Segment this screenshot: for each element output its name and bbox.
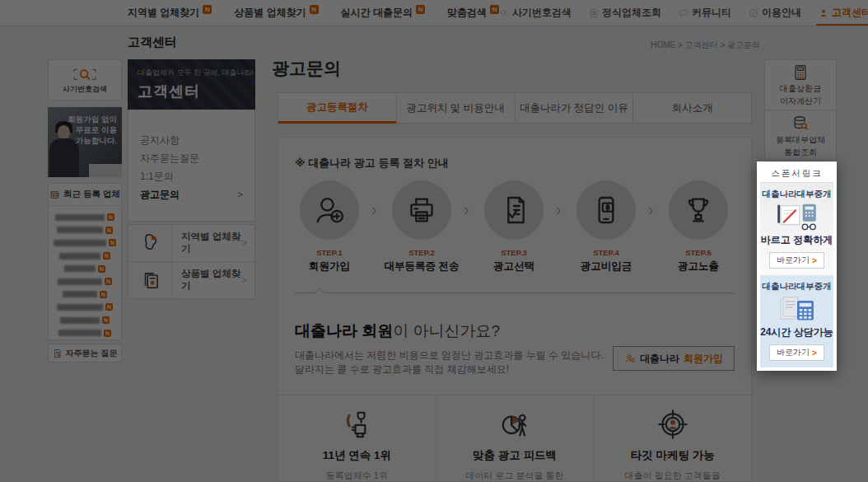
topnav-left-item-4[interactable]: 맞춤검색N [447,0,499,26]
feature-title: 맞춤 광고 피드백 [436,448,594,463]
pie-analytics-icon [499,409,530,440]
faq-shortcut-box[interactable]: 자주묻는 질문 [48,344,122,363]
topnav-right-item-3[interactable]: 커뮤니티 [679,0,731,26]
promo-desk [89,164,122,177]
signup-button-accent: 회원가입 [684,352,723,366]
menu-shortcut-2[interactable]: 상품별 업체찾기> [128,261,255,299]
process-step-5: STEP.5광고노출 [652,180,744,274]
process-heading: ※ 대출나라 광고 등록 절차 안내 [295,156,449,171]
topnav-left-item-1[interactable]: 지역별 업체찾기N [128,0,212,26]
tab-4[interactable]: 회사소개 [632,92,752,124]
tool-label: 대출상환금 [780,84,821,94]
sponsor-card-1[interactable]: 대출나라대부중개바르고 정확하게바로가기 > [760,183,833,275]
tool-label: 이자계산기 [780,96,821,106]
menu-item-label: 공지사항 [140,133,180,147]
feature-title: 11년 연속 1위 [278,448,436,463]
shortcut-label: 상품별 업체찾기 [173,262,241,298]
step-number: STEP.3 [468,248,560,257]
sponsor-links-box: 스폰서링크 대출나라대부중개바르고 정확하게바로가기 >대출나라대부중개24시간… [757,161,837,371]
tool-1[interactable]: 대출상환금이자계산기 [765,60,836,110]
topnav-left-group: 지역별 업체찾기N상품별 업체찾기N실시간 대출문의N맞춤검색N [128,0,499,26]
person-icon [819,8,828,18]
sponsor-tagline: 바르고 정확하게 [760,233,833,247]
customer-center-menu: 공지사항자주묻는질문1:1문의광고문의> [128,110,255,222]
recent-company-row[interactable]: N [53,224,117,237]
menu-item-3[interactable]: 1:1문의 [140,167,243,185]
feature-line: 데이터 로그 분석을 통한 [436,470,594,482]
customer-center-menu-header: 대출업체가 모두 한 곳에, 대출나라! 고객센터 [128,59,255,110]
topnav-label: 정식업체조회 [602,6,661,20]
chevron-right-icon: > [812,256,817,265]
process-step-2: STEP.2대부등록증 전송 [376,180,468,274]
step-label: 광고노출 [652,260,744,274]
new-badge: N [416,5,425,14]
new-badge: N [490,5,499,14]
fraud-number-search-box[interactable]: 사기번호검색 [48,59,122,101]
step-number: STEP.2 [376,248,468,257]
sponsor-company: 대출나라대부중개 [760,189,833,200]
new-badge: N [109,239,116,246]
sponsor-cta-button[interactable]: 바로가기 > [769,344,824,361]
menu-shortcut-1[interactable]: 지역별 업체찾기> [128,224,255,262]
recent-company-row[interactable]: N [53,275,117,288]
topnav-right-item-1[interactable]: 사기번호검색 [499,0,572,26]
menu-item-2[interactable]: 자주묻는질문 [140,149,243,167]
redacted-company-name [57,227,103,233]
topnav-right-item-4[interactable]: 이용안내 [749,0,801,26]
recent-company-row[interactable]: N [53,301,117,314]
chevron-right-icon: > [812,349,817,358]
recent-companies-title: 최근 등록 업체 [63,189,120,200]
ad-process-panel: ※ 대출나라 광고 등록 절차 안내 STEP.1회원가입STEP.2대부등록증… [278,137,752,482]
topnav-right-item-5[interactable]: 고객센터 [819,0,868,26]
topnav-right-group: 사기번호검색정식업체조회커뮤니티이용안내고객센터 [499,0,868,26]
new-badge: N [98,265,105,273]
korea-map-icon [140,232,161,254]
recent-company-row[interactable]: N [53,250,117,263]
topnav-left-item-2[interactable]: 상품별 업체찾기N [234,0,318,26]
recent-company-row[interactable]: N [53,211,117,224]
process-divider [295,292,735,293]
docs-calc-illustration [774,293,820,325]
sponsor-cta-button[interactable]: 바로가기 > [769,252,824,269]
recent-company-row[interactable]: N [53,314,117,327]
recent-companies-header: 최근 등록 업체 [49,184,121,206]
feature-title: 타깃 마케팅 가능 [594,448,751,463]
topnav-left-item-3[interactable]: 실시간 대출문의N [341,0,425,26]
redacted-company-name [54,240,106,246]
step-circle [669,180,728,240]
topnav-label: 이용안내 [762,6,801,20]
sponsor-company: 대출나라대부중개 [760,281,833,292]
tab-3[interactable]: 대출나라가 정답인 이유 [515,92,634,124]
recent-company-row[interactable]: N [53,288,117,302]
faq-doc-icon [53,349,63,358]
tab-2[interactable]: 광고위치 및 비용안내 [396,92,516,124]
promo-banner[interactable]: 회원가입 없이 무료로 이용 가능합니다. [48,107,122,177]
menu-eyebrow: 대출업체가 모두 한 곳에, 대출나라! [138,68,245,78]
signup-button[interactable]: 대출나라 회원가입 [613,346,735,371]
topnav-right-item-2[interactable]: 정식업체조회 [589,0,661,26]
chevron-right-icon: > [241,262,254,298]
tab-1[interactable]: 광고등록절차 [278,92,397,124]
sponsor-card-2[interactable]: 대출나라대부중개24시간 상담가능바로가기 > [760,275,833,367]
redacted-company-name [58,330,101,336]
menu-item-1[interactable]: 공지사항 [140,131,243,149]
promo-text: 회원가입 없이 무료로 이용 가능합니다. [68,114,117,146]
redacted-company-name [64,265,96,272]
tool-2[interactable]: 등록대부업체통합조회 [765,110,836,161]
recent-company-row[interactable]: N [53,326,117,339]
printer-icon [405,194,438,227]
recent-companies-list: NNNNNNNNNN [49,206,121,343]
process-step-1: STEP.1회원가입 [283,180,376,274]
step-label: 회원가입 [283,260,376,274]
chat-icon [679,8,688,18]
topnav-label: 커뮤니티 [692,6,731,20]
step-label: 대부등록증 전송 [376,260,468,274]
new-badge: N [105,303,113,311]
fraud-search-label: 사기번호검색 [63,84,107,95]
redacted-company-name [60,317,100,324]
recent-company-row[interactable]: N [53,262,117,275]
new-badge: N [105,227,113,234]
menu-item-4[interactable]: 광고문의> [140,185,243,204]
tool-label: 등록대부업체 [776,135,825,145]
recent-company-row[interactable]: N [53,236,117,250]
